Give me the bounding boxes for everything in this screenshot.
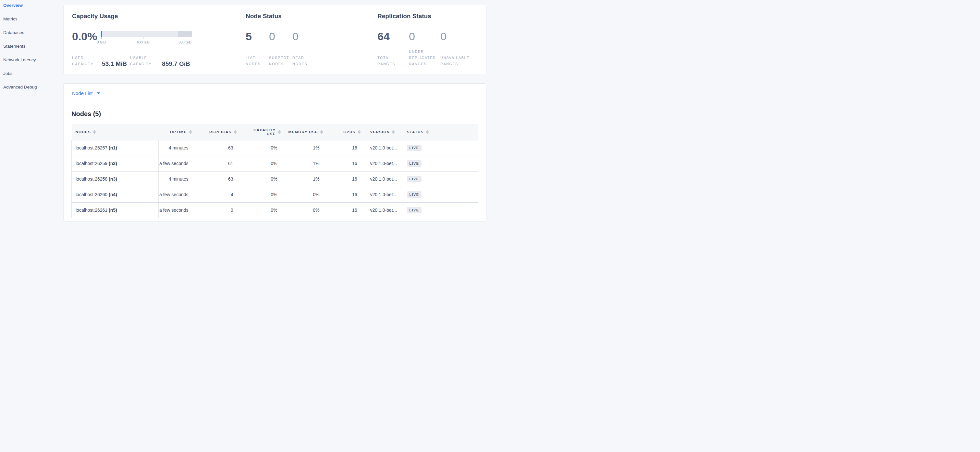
node-row[interactable]: localhost:26261 (n5) a few seconds 0 0% … bbox=[72, 202, 479, 218]
sort-icon bbox=[358, 130, 361, 134]
under-replicated-ranges-stat: 0 UNDER-REPLICATED RANGES bbox=[409, 30, 440, 67]
total-ranges-stat: 64 TOTAL RANGES bbox=[377, 30, 409, 67]
capacity-meter-axis: 0 GiB 400 GiB 800 GiB bbox=[101, 40, 192, 45]
sidebar-item-metrics[interactable]: Metrics bbox=[3, 17, 63, 21]
node-row[interactable]: localhost:26260 (n4) a few seconds 4 0% … bbox=[72, 187, 479, 202]
cpus-cell: 16 bbox=[324, 140, 362, 155]
capacity-use-cell: 0% bbox=[238, 187, 282, 202]
node-address-cell: localhost:26258 (n3) bbox=[72, 171, 159, 187]
replicas-cell: 0 bbox=[193, 202, 238, 218]
sort-icon bbox=[234, 130, 237, 134]
column-header-version[interactable]: VERSION bbox=[362, 124, 398, 140]
replication-status-panel: Replication Status 64 TOTAL RANGES 0 UND… bbox=[377, 5, 486, 74]
memory-use-cell: 0% bbox=[282, 187, 324, 202]
sidebar-item-jobs[interactable]: Jobs bbox=[3, 71, 63, 76]
sidebar: Overview Metrics Databases Statements Ne… bbox=[0, 0, 63, 226]
unavailable-ranges-stat: 0 UNAVAILABLE RANGES bbox=[440, 30, 472, 67]
node-row[interactable]: localhost:26259 (n2) a few seconds 61 0%… bbox=[72, 155, 479, 171]
dead-nodes-label: DEAD NODES bbox=[293, 55, 316, 67]
capacity-use-cell: 0% bbox=[238, 140, 282, 155]
version-cell: v20.1.0-bet… bbox=[362, 187, 398, 202]
sort-icon bbox=[93, 130, 96, 134]
capacity-meter-bar bbox=[101, 31, 192, 37]
capacity-usage-title: Capacity Usage bbox=[72, 12, 245, 20]
sidebar-item-databases[interactable]: Databases bbox=[3, 30, 63, 35]
capacity-gauge: 0.0% 0 GiB 400 GiB 800 GiB bbox=[72, 30, 245, 45]
sort-icon bbox=[320, 130, 323, 134]
status-badge: LIVE bbox=[407, 176, 422, 182]
under-replicated-ranges-label: UNDER-REPLICATED RANGES bbox=[409, 49, 440, 67]
memory-use-cell: 1% bbox=[282, 140, 324, 155]
capacity-meter-used-marker bbox=[101, 31, 102, 37]
column-header-cpus[interactable]: CPUS bbox=[324, 124, 362, 140]
memory-use-cell: 1% bbox=[282, 155, 324, 171]
axis-tick-label: 400 GiB bbox=[137, 40, 150, 44]
chevron-down-icon bbox=[97, 92, 100, 94]
uptime-cell: 4 minutes bbox=[159, 171, 193, 187]
suspect-nodes-value: 0 bbox=[269, 30, 293, 42]
node-status-stats: 5 LIVE NODES 0 SUSPECT NODES 0 DEAD NODE… bbox=[246, 30, 377, 67]
node-row[interactable]: localhost:26258 (n3) 4 minutes 63 0% 1% … bbox=[72, 171, 479, 187]
dead-nodes-stat: 0 DEAD NODES bbox=[293, 30, 316, 67]
capacity-details: USED CAPACITY 53.1 MiB USABLE CAPACITY 8… bbox=[72, 55, 245, 67]
live-nodes-value: 5 bbox=[246, 30, 269, 42]
sidebar-item-network-latency[interactable]: Network Latency bbox=[3, 57, 63, 62]
node-address-cell: localhost:26259 (n2) bbox=[72, 155, 159, 171]
memory-use-cell: 1% bbox=[282, 171, 324, 187]
version-cell: v20.1.0-bet… bbox=[362, 171, 398, 187]
capacity-use-cell: 0% bbox=[238, 202, 282, 218]
suspect-nodes-label: SUSPECT NODES bbox=[269, 55, 293, 67]
usable-capacity-label: USABLE CAPACITY bbox=[130, 55, 158, 67]
live-nodes-stat: 5 LIVE NODES bbox=[246, 30, 269, 67]
cpus-cell: 16 bbox=[324, 171, 362, 187]
status-cell: LIVE bbox=[398, 187, 479, 202]
replicas-cell: 61 bbox=[193, 155, 238, 171]
column-header-capacity-use[interactable]: CAPACITY USE bbox=[238, 124, 282, 140]
status-badge: LIVE bbox=[407, 191, 422, 198]
sidebar-item-overview[interactable]: Overview bbox=[3, 3, 63, 8]
total-ranges-label: TOTAL RANGES bbox=[377, 55, 409, 67]
node-address-cell: localhost:26260 (n4) bbox=[72, 187, 159, 202]
status-cell: LIVE bbox=[398, 155, 479, 171]
status-cell: LIVE bbox=[398, 171, 479, 187]
cpus-cell: 16 bbox=[324, 187, 362, 202]
live-nodes-label: LIVE NODES bbox=[246, 55, 269, 67]
replication-status-title: Replication Status bbox=[377, 12, 486, 20]
column-header-status[interactable]: STATUS bbox=[398, 124, 479, 140]
node-list-dropdown[interactable]: Node List bbox=[72, 90, 100, 96]
unavailable-ranges-value: 0 bbox=[440, 30, 472, 42]
node-address-cell: localhost:26257 (n1) bbox=[72, 140, 159, 155]
suspect-nodes-stat: 0 SUSPECT NODES bbox=[269, 30, 293, 67]
status-cell: LIVE bbox=[398, 202, 479, 218]
column-header-uptime[interactable]: UPTIME bbox=[159, 124, 193, 140]
nodes-table: NODES UPTIME REPLICAS CAPACITY USE MEMOR… bbox=[72, 124, 478, 218]
version-cell: v20.1.0-bet… bbox=[362, 140, 398, 155]
cpus-cell: 16 bbox=[324, 202, 362, 218]
capacity-meter-ticks bbox=[101, 37, 192, 40]
uptime-cell: a few seconds bbox=[159, 155, 193, 171]
uptime-cell: a few seconds bbox=[159, 187, 193, 202]
column-header-replicas[interactable]: REPLICAS bbox=[193, 124, 238, 140]
capacity-usage-panel: Capacity Usage 0.0% 0 GiB 400 GiB 800 Gi… bbox=[64, 5, 245, 74]
uptime-cell: 4 minutes bbox=[159, 140, 193, 155]
status-badge: LIVE bbox=[407, 207, 422, 214]
sort-icon bbox=[189, 130, 192, 134]
used-capacity-value: 53.1 MiB bbox=[102, 61, 127, 67]
uptime-cell: a few seconds bbox=[159, 202, 193, 218]
column-header-nodes[interactable]: NODES bbox=[72, 124, 159, 140]
used-capacity-label: USED CAPACITY bbox=[72, 55, 98, 67]
version-cell: v20.1.0-bet… bbox=[362, 202, 398, 218]
replicas-cell: 63 bbox=[193, 171, 238, 187]
node-status-panel: Node Status 5 LIVE NODES 0 SUSPECT NODES… bbox=[245, 5, 377, 74]
dead-nodes-value: 0 bbox=[293, 30, 316, 42]
sidebar-item-advanced-debug[interactable]: Advanced Debug bbox=[3, 85, 63, 89]
usable-capacity-value: 859.7 GiB bbox=[162, 61, 190, 67]
status-badge: LIVE bbox=[407, 160, 422, 167]
capacity-use-cell: 0% bbox=[238, 171, 282, 187]
axis-tick-label: 0 GiB bbox=[97, 40, 106, 44]
sort-icon bbox=[278, 130, 281, 134]
sidebar-item-statements[interactable]: Statements bbox=[3, 44, 63, 49]
capacity-meter: 0 GiB 400 GiB 800 GiB bbox=[101, 31, 192, 45]
node-row[interactable]: localhost:26257 (n1) 4 minutes 63 0% 1% … bbox=[72, 140, 479, 155]
column-header-memory-use[interactable]: MEMORY USE bbox=[282, 124, 324, 140]
